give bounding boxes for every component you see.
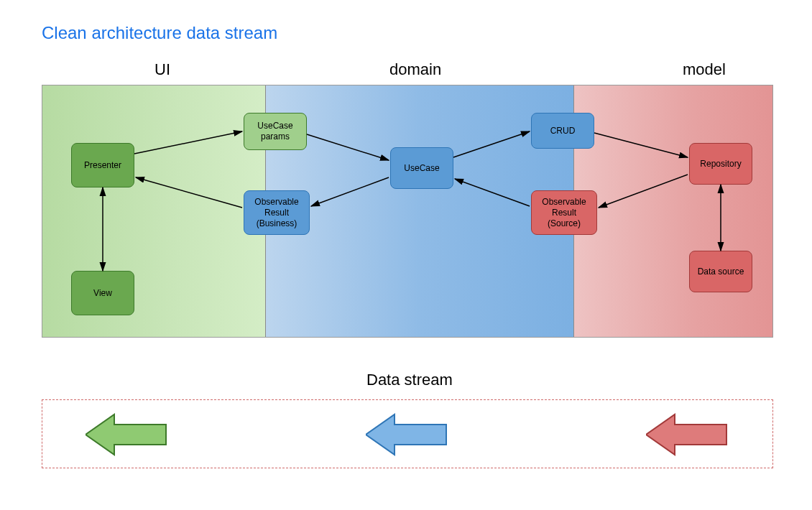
node-label: Presenter bbox=[84, 160, 121, 171]
node-label: Data source bbox=[698, 266, 744, 277]
zone-label-ui: UI bbox=[154, 60, 170, 79]
node-observable-source: ObservableResult(Source) bbox=[531, 190, 597, 235]
node-view: View bbox=[71, 271, 134, 315]
node-observable-business: ObservableResult(Business) bbox=[244, 190, 310, 235]
node-usecase-params: UseCaseparams bbox=[244, 113, 307, 150]
arrow-left-green-icon bbox=[86, 409, 172, 460]
zone-domain bbox=[265, 85, 574, 337]
arrow-left-red-icon bbox=[646, 409, 732, 460]
zone-label-model: model bbox=[683, 60, 726, 79]
page-title: Clean architecture data stream bbox=[42, 23, 277, 43]
zone-label-domain: domain bbox=[389, 60, 441, 79]
datastream-box bbox=[42, 399, 773, 468]
node-label: UseCase bbox=[404, 163, 439, 174]
node-repository: Repository bbox=[689, 143, 752, 185]
node-label: UseCaseparams bbox=[257, 121, 292, 142]
node-label: View bbox=[93, 288, 112, 299]
node-label: CRUD bbox=[550, 126, 576, 136]
node-usecase: UseCase bbox=[390, 147, 453, 189]
node-presenter: Presenter bbox=[71, 143, 134, 187]
zone-model bbox=[574, 85, 773, 337]
node-label: ObservableResult(Source) bbox=[542, 197, 586, 229]
arrow-left-blue-icon bbox=[366, 409, 452, 460]
node-label: Repository bbox=[700, 159, 741, 170]
diagram-frame: Presenter View UseCaseparams ObservableR… bbox=[42, 85, 773, 338]
datastream-label: Data stream bbox=[366, 371, 453, 389]
node-datasource: Data source bbox=[689, 251, 752, 292]
node-label: ObservableResult(Business) bbox=[254, 197, 298, 229]
node-crud: CRUD bbox=[531, 113, 594, 149]
